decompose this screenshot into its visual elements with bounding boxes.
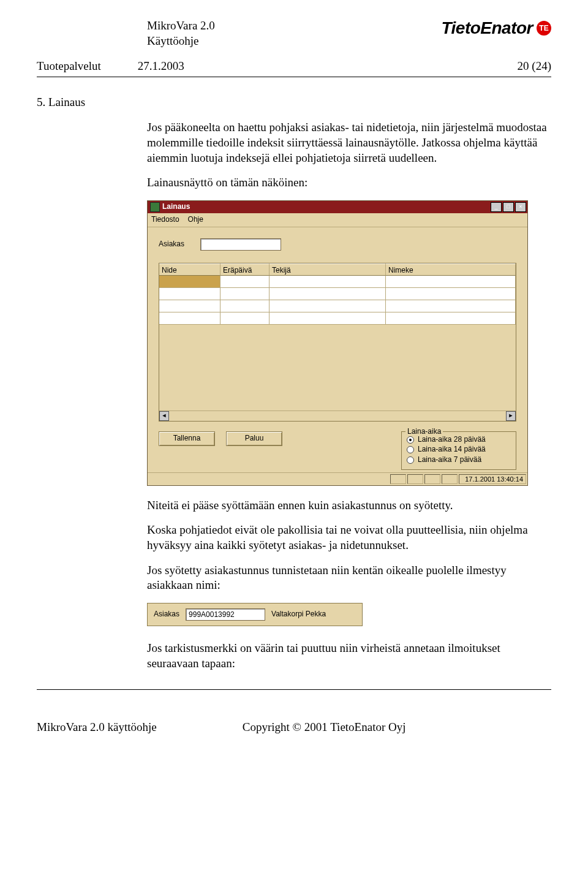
meta-date: 27.1.2003 xyxy=(138,59,184,73)
radio-icon xyxy=(407,436,414,444)
grid-cell[interactable] xyxy=(386,276,516,288)
menubar: Tiedosto Ohje xyxy=(148,213,527,227)
grid-cell[interactable] xyxy=(159,288,221,300)
body-para-1: Jos pääkoneelta on haettu pohjaksi asiak… xyxy=(147,120,551,165)
radio-option-7[interactable]: Laina-aika 7 päivää xyxy=(407,455,511,465)
header-rule xyxy=(37,77,551,77)
groupbox-legend: Laina-aika xyxy=(405,427,443,437)
status-cell xyxy=(390,474,406,484)
app-window: Lainaus _ □ × Tiedosto Ohje Asiakas xyxy=(147,200,528,485)
grid-cell-selected[interactable] xyxy=(159,276,221,288)
document-meta-row: Tuotepalvelut 27.1.2003 20 (24) xyxy=(37,59,551,73)
grid-row[interactable] xyxy=(159,300,516,312)
logo-badge-icon: TE xyxy=(537,21,551,36)
product-subtitle: Käyttöohje xyxy=(147,34,215,49)
company-logo: TietoEnator TE xyxy=(441,18,551,38)
asiakas-input[interactable] xyxy=(200,238,281,251)
status-cell xyxy=(424,474,440,484)
meta-page: 20 (24) xyxy=(518,59,551,73)
grid-cell[interactable] xyxy=(221,312,270,325)
grid-cell[interactable] xyxy=(270,276,386,288)
minimize-button[interactable]: _ xyxy=(491,202,502,212)
grid-header-tekija[interactable]: Tekijä xyxy=(270,263,386,276)
radio-icon xyxy=(407,456,414,464)
window-title: Lainaus xyxy=(162,202,190,212)
menu-file[interactable]: Tiedosto xyxy=(151,215,179,225)
grid-cell[interactable] xyxy=(270,288,386,300)
status-cell xyxy=(407,474,423,484)
scroll-right-button[interactable]: ► xyxy=(506,411,516,421)
grid-cell[interactable] xyxy=(221,288,270,300)
grid-cell[interactable] xyxy=(159,312,221,325)
footer-rule xyxy=(37,689,551,690)
radio-label: Laina-aika 7 päivää xyxy=(418,455,481,465)
snippet-customer-name: Valtakorpi Pekka xyxy=(271,610,326,619)
grid-cell[interactable] xyxy=(221,276,270,288)
radio-icon xyxy=(407,446,414,453)
logo-text: TietoEnator xyxy=(441,18,533,38)
titlebar[interactable]: Lainaus _ □ × xyxy=(148,201,527,213)
grid-cell[interactable] xyxy=(386,300,516,312)
grid-cell[interactable] xyxy=(386,312,516,325)
status-cell xyxy=(442,474,458,484)
document-footer: MikroVara 2.0 käyttöohje Copyright © 200… xyxy=(37,721,551,734)
statusbar: 17.1.2001 13:40:14 xyxy=(148,472,527,485)
app-icon xyxy=(150,202,160,212)
save-button[interactable]: Tallenna xyxy=(159,431,215,446)
document-header: MikroVara 2.0 Käyttöohje TietoEnator TE xyxy=(37,18,551,48)
body-para-2: Lainausnäyttö on tämän näköinen: xyxy=(147,175,551,191)
scroll-left-button[interactable]: ◄ xyxy=(159,411,169,421)
radio-option-14[interactable]: Laina-aika 14 päivää xyxy=(407,445,511,455)
footer-left: MikroVara 2.0 käyttöohje xyxy=(37,721,157,734)
status-time: 17.1.2001 13:40:14 xyxy=(459,474,526,484)
back-button[interactable]: Paluu xyxy=(226,431,282,446)
grid-cell[interactable] xyxy=(270,312,386,325)
laina-aika-groupbox: Laina-aika Laina-aika 28 päivää Laina-ai… xyxy=(401,431,516,470)
product-name: MikroVara 2.0 xyxy=(147,18,215,34)
grid-header-nide[interactable]: Nide xyxy=(159,263,221,276)
grid-row[interactable] xyxy=(159,288,516,300)
body-para-4: Koska pohjatiedot eivät ole pakollisia t… xyxy=(147,523,551,553)
grid-empty-area xyxy=(159,325,516,410)
grid-cell[interactable] xyxy=(386,288,516,300)
grid-row[interactable] xyxy=(159,276,516,288)
body-para-5: Jos syötetty asiakastunnus tunnistetaan … xyxy=(147,563,551,593)
menu-help[interactable]: Ohje xyxy=(188,215,203,225)
horizontal-scrollbar[interactable]: ◄ ► xyxy=(159,410,516,421)
grid-header-nimeke[interactable]: Nimeke xyxy=(386,263,516,276)
close-button[interactable]: × xyxy=(515,202,526,212)
snippet-label: Asiakas xyxy=(154,610,179,619)
grid-cell[interactable] xyxy=(270,300,386,312)
body-para-6: Jos tarkistusmerkki on väärin tai puuttu… xyxy=(147,641,551,671)
snippet-input[interactable]: 999A0013992 xyxy=(186,608,265,621)
maximize-button[interactable]: □ xyxy=(503,202,514,212)
body-para-3: Niteitä ei pääse syöttämään ennen kuin a… xyxy=(147,498,551,513)
asiakas-snippet: Asiakas 999A0013992 Valtakorpi Pekka xyxy=(147,603,363,626)
meta-left: Tuotepalvelut xyxy=(37,59,101,73)
grid-header-erapaiva[interactable]: Eräpäivä xyxy=(221,263,270,276)
grid-cell[interactable] xyxy=(221,300,270,312)
radio-label: Laina-aika 14 päivää xyxy=(418,445,486,455)
footer-right: Copyright © 2001 TietoEnator Oyj xyxy=(243,721,406,734)
grid-cell[interactable] xyxy=(159,300,221,312)
data-grid[interactable]: Nide Eräpäivä Tekijä Nimeke xyxy=(159,263,516,422)
section-heading: 5. Lainaus xyxy=(37,96,551,109)
grid-row[interactable] xyxy=(159,312,516,325)
asiakas-label: Asiakas xyxy=(159,240,193,249)
